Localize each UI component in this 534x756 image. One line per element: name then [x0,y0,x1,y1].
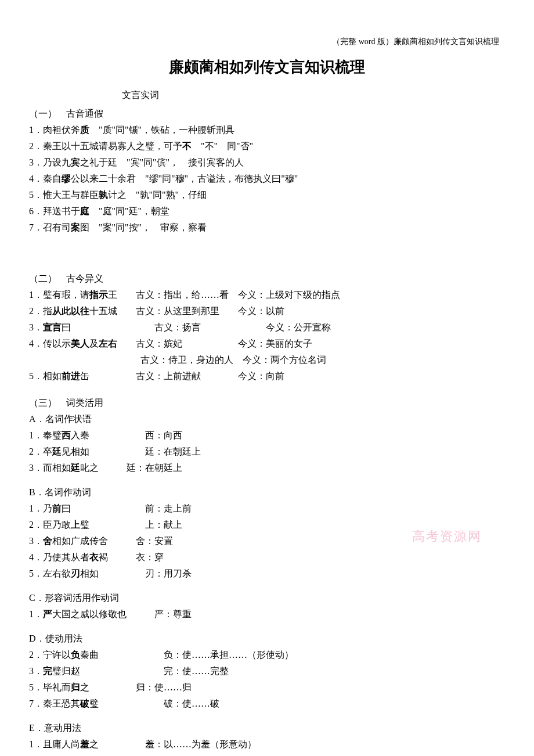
section-label: 文言实词 [29,87,505,103]
line: 4．秦自缪公以来二十余君 "缪"同"穆"，古谥法，布德执义曰"穆" [29,171,505,187]
line: 3．舍相如广成传舍 舍：安置 [29,533,505,549]
subheading-d: D．使动用法 [29,631,505,647]
line: 1．璧有瑕，请指示王 古义：指出，给……看 今义：上级对下级的指点 [29,287,505,303]
line: 7．秦王恐其破璧 破：使……破 [29,696,505,712]
heading-cilei: （三） 词类活用 [29,395,505,411]
line: 4．乃使其从者衣褐 衣：穿 [29,549,505,566]
line: 古义：侍卫，身边的人 今义：两个方位名词 [29,352,505,368]
line: 6．拜送书于庭 "庭"同"廷"，朝堂 [29,203,505,219]
subheading-e: E．意动用法 [29,720,505,736]
line: 5．毕礼而归之 归：使……归 [29,679,505,696]
line: 2．臣乃敢上璧 上：献上 [29,517,505,533]
header-meta: （完整 word 版）廉颇蔺相如列传文言知识梳理 [29,35,505,49]
heading-gujin: （二） 古今异义 [29,271,505,287]
line: 5．惟大王与群臣孰计之 "孰"同"熟"，仔细 [29,187,505,203]
line: 3．而相如廷叱之 廷：在朝廷上 [29,460,505,476]
heading-tongjia: （一） 古音通假 [29,106,505,122]
line: 1．乃前曰 前：走上前 [29,501,505,517]
line: 5．相如前进缶 古义：上前进献 今义：向前 [29,368,505,384]
line: 1．且庸人尚羞之 羞：以……为羞（形意动） [29,736,505,753]
line: 5．左右欲刃相如 刃：用刀杀 [29,566,505,582]
subheading-b: B．名词作动词 [29,484,505,501]
line: 4．传以示美人及左右 古义：嫔妃 今义：美丽的女子 [29,336,505,352]
line: 2．宁许以负秦曲 负：使……承担……（形使动） [29,647,505,663]
line: 2．秦王以十五城请易寡人之璧，可予不 "不" 同"否" [29,138,505,154]
line: 3．完璧归赵 完：使……完整 [29,663,505,679]
line: 1．肉袒伏斧质 "质"同"锧"，铁砧，一种腰斩刑具 [29,122,505,138]
line: 1．严大国之威以修敬也 严：尊重 [29,606,505,622]
line: 7．召有司案图 "案"同"按"， 审察，察看 [29,219,505,236]
line: 3．宣言曰 古义：扬言 今义：公开宣称 [29,319,505,336]
subheading-a: A．名词作状语 [29,411,505,427]
line: 2．卒廷见相如 廷：在朝廷上 [29,444,505,460]
line: 3．乃设九宾之礼于廷 "宾"同"傧"， 接引宾客的人 [29,154,505,171]
page-title: 廉颇蔺相如列传文言知识梳理 [29,54,505,81]
line: 2．指从此以往十五城 古义：从这里到那里 今义：以前 [29,303,505,319]
line: 1．奉璧西入秦 西：向西 [29,427,505,444]
subheading-c: C．形容词活用作动词 [29,590,505,606]
